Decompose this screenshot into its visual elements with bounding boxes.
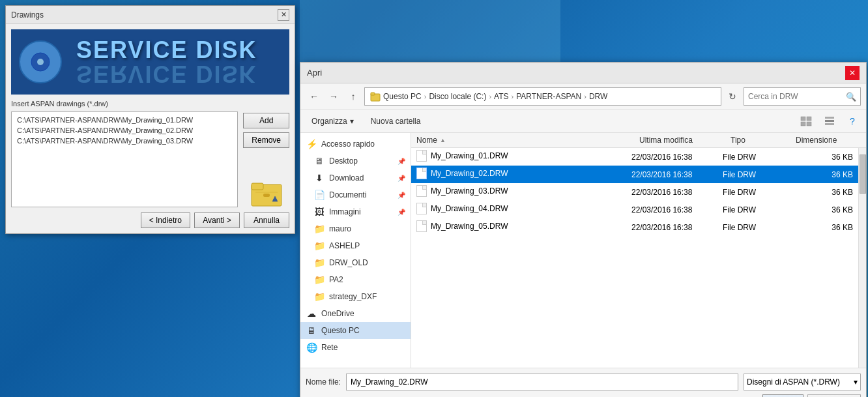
sidebar-item-drw-old[interactable]: 📁 DRW_OLD — [300, 254, 411, 271]
sidebar-item-label: Questo PC — [321, 326, 360, 335]
file-icon-2 — [416, 185, 427, 197]
forward-nav-button[interactable]: → — [325, 88, 342, 105]
next-button[interactable]: Avanti > — [194, 213, 240, 228]
drawings-titlebar: Drawings ✕ — [6, 6, 295, 24]
col-tipo[interactable]: Tipo — [731, 136, 796, 145]
search-input[interactable] — [748, 92, 846, 101]
sidebar-item-accesso-rapido[interactable]: ⚡ Accesso rapido — [300, 136, 411, 153]
sidebar-item-questo-pc[interactable]: 🖥 Questo PC — [300, 322, 411, 339]
banner-title: SERVICE DISK — [76, 38, 257, 62]
remove-button[interactable]: Remove — [243, 132, 289, 148]
open-dialog: Apri ✕ ← → ↑ Questo PC › Disco locale (C… — [300, 62, 867, 397]
help-button[interactable]: ? — [844, 113, 861, 130]
filetype-chevron-icon: ▾ — [854, 377, 858, 387]
sidebar-item-label: OneDrive — [321, 309, 354, 318]
sidebar-item-label: Documenti — [329, 190, 366, 199]
drawings-banner: SERVICE DISK SERVICE DISK — [11, 29, 289, 95]
sidebar-item-desktop[interactable]: 🖥 Desktop 📌 — [300, 153, 411, 169]
drawings-body: C:\ATS\PARTNER-ASPAN\DRW\My_Drawing_01.D… — [11, 111, 289, 207]
sidebar-item-mauro[interactable]: 📁 mauro — [300, 220, 411, 237]
list-item[interactable]: C:\ATS\PARTNER-ASPAN\DRW\My_Drawing_03.D… — [14, 136, 235, 146]
disk-icon — [17, 38, 64, 85]
col-dim[interactable]: Dimensione — [796, 136, 861, 145]
sidebar-item-label: Download — [329, 173, 364, 183]
open-title: Apri — [307, 68, 322, 78]
open-bottom: Nome file: Disegni di ASPAN (*.DRW) ▾ Ap… — [300, 368, 866, 397]
breadcrumb-item-0[interactable]: Questo PC — [383, 92, 422, 101]
view-toggle-button[interactable] — [797, 113, 815, 129]
up-nav-button[interactable]: ↑ — [345, 88, 362, 105]
file-row-1[interactable]: My_Drawing_02.DRW 22/03/2016 16:38 File … — [411, 166, 858, 183]
nuova-cartella-button[interactable]: Nuova cartella — [365, 114, 427, 128]
sidebar-item-pa2[interactable]: 📁 PA2 — [300, 271, 411, 288]
sidebar-item-strategy-dxf[interactable]: 📁 strategy_DXF — [300, 288, 411, 305]
list-item[interactable]: C:\ATS\PARTNER-ASPAN\DRW\My_Drawing_02.D… — [14, 125, 235, 136]
banner-subtitle: SERVICE DISK — [76, 62, 257, 85]
file-row-0[interactable]: My_Drawing_01.DRW 22/03/2016 16:38 File … — [411, 148, 858, 166]
documenti-icon: 📄 — [313, 189, 325, 201]
scrollbar-thumb[interactable] — [860, 154, 866, 194]
pin-icon: 📌 — [398, 175, 405, 182]
sidebar-item-label: mauro — [329, 224, 351, 233]
view-list-icon — [800, 115, 812, 127]
search-bar[interactable]: 🔍 — [744, 87, 861, 106]
breadcrumb-item-3[interactable]: PARTNER-ASPAN — [516, 92, 581, 101]
svg-rect-14 — [807, 117, 811, 121]
file-row-4[interactable]: My_Drawing_05.DRW 22/03/2016 16:38 File … — [411, 218, 858, 236]
scrollbar[interactable] — [858, 148, 866, 368]
open-secondary-toolbar: Organizza ▾ Nuova cartella ? — [300, 110, 866, 133]
folder-icon-area — [243, 178, 289, 207]
svg-rect-12 — [371, 93, 375, 95]
questo-pc-icon: 🖥 — [306, 325, 317, 336]
refresh-button[interactable]: ↻ — [724, 88, 741, 105]
pin-icon: 📌 — [398, 158, 405, 165]
cancel-dialog-button[interactable]: Annulla — [807, 394, 861, 397]
file-icon-0 — [416, 150, 427, 162]
col-date[interactable]: Ultima modifica — [639, 136, 731, 145]
add-button[interactable]: Add — [243, 113, 289, 128]
file-row-2[interactable]: My_Drawing_03.DRW 22/03/2016 16:38 File … — [411, 183, 858, 201]
breadcrumb-bar[interactable]: Questo PC › Disco locale (C:) › ATS › PA… — [364, 87, 721, 106]
sidebar-item-label: strategy_DXF — [329, 292, 377, 301]
breadcrumb-item-1[interactable]: Disco locale (C:) — [429, 92, 486, 101]
open-footer-buttons: Apri Annulla — [306, 394, 861, 397]
open-button[interactable]: Apri — [762, 394, 803, 397]
breadcrumb-item-2[interactable]: ATS — [494, 92, 508, 101]
sidebar-item-rete[interactable]: 🌐 Rete — [300, 339, 411, 356]
sidebar-item-label: DRW_OLD — [329, 258, 368, 267]
drawings-close-button[interactable]: ✕ — [278, 9, 289, 21]
download-icon: ⬇ — [313, 172, 325, 184]
drawings-footer: < Indietro Avanti > Annulla — [6, 207, 295, 233]
col-nome[interactable]: Nome ▲ — [416, 136, 639, 145]
immagini-icon: 🖼 — [313, 206, 325, 218]
filetype-select[interactable]: Disegni di ASPAN (*.DRW) ▾ — [744, 374, 861, 390]
sidebar-item-label: Rete — [321, 343, 338, 352]
open-close-button[interactable]: ✕ — [845, 66, 860, 80]
back-button[interactable]: < Indietro — [141, 213, 190, 228]
svg-rect-18 — [825, 120, 834, 122]
chevron-down-icon: ▾ — [350, 117, 354, 126]
drawings-subtitle: Insert ASPAN drawings (*.drw) — [11, 100, 289, 108]
sidebar-item-immagini[interactable]: 🖼 Immagini 📌 — [300, 203, 411, 220]
file-rows: My_Drawing_01.DRW 22/03/2016 16:38 File … — [411, 148, 858, 368]
list-item[interactable]: C:\ATS\PARTNER-ASPAN\DRW\My_Drawing_01.D… — [14, 115, 235, 125]
sidebar-item-onedrive[interactable]: ☁ OneDrive — [300, 305, 411, 322]
folder-ashelp-icon: 📁 — [313, 240, 325, 252]
drawings-file-list[interactable]: C:\ATS\PARTNER-ASPAN\DRW\My_Drawing_01.D… — [11, 111, 238, 207]
view-details-button[interactable] — [820, 113, 839, 129]
open-titlebar: Apri ✕ — [300, 63, 866, 83]
breadcrumb-item-4[interactable]: DRW — [589, 92, 607, 101]
folder-mauro-icon: 📁 — [313, 223, 325, 235]
back-nav-button[interactable]: ← — [306, 88, 323, 105]
cancel-button[interactable]: Annulla — [244, 213, 289, 228]
sidebar-item-ashelp[interactable]: 📁 ASHELP — [300, 237, 411, 254]
folder-strategy-icon: 📁 — [313, 291, 325, 302]
sidebar-item-label: Immagini — [329, 207, 361, 216]
sidebar-item-download[interactable]: ⬇ Download 📌 — [300, 169, 411, 186]
desktop-icon: 🖥 — [313, 155, 325, 167]
svg-rect-19 — [825, 123, 834, 125]
filename-input[interactable] — [346, 374, 738, 390]
file-row-3[interactable]: My_Drawing_04.DRW 22/03/2016 16:38 File … — [411, 201, 858, 218]
organizza-button[interactable]: Organizza ▾ — [306, 114, 360, 128]
sidebar-item-documenti[interactable]: 📄 Documenti 📌 — [300, 186, 411, 203]
